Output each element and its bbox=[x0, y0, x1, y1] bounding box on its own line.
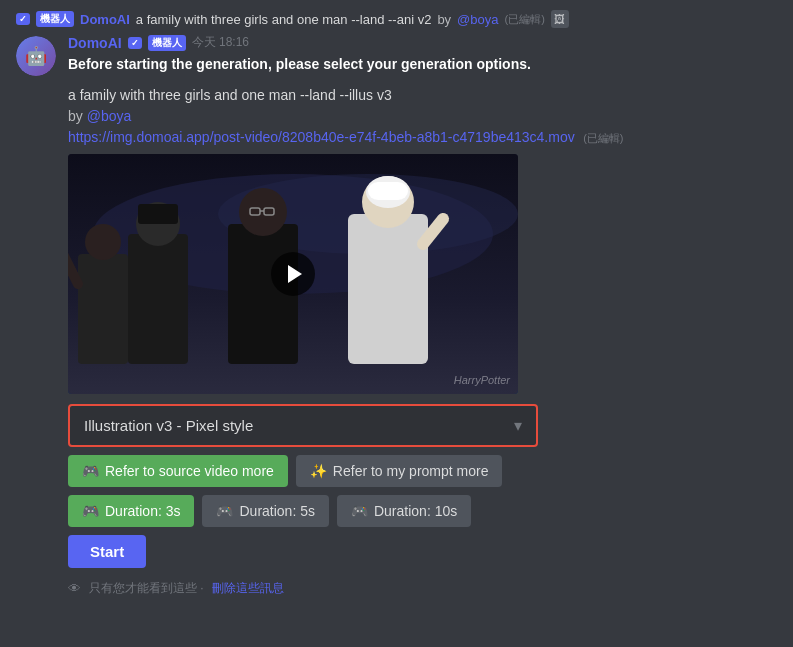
prompt-icon: ✨ bbox=[310, 463, 327, 479]
duration-5s-icon: 🎮 bbox=[216, 503, 233, 519]
svg-point-7 bbox=[239, 188, 287, 236]
edited-label: (已編輯) bbox=[583, 132, 623, 144]
dropdown-selected-text: Illustration v3 - Pixel style bbox=[84, 417, 253, 434]
header-boya-link[interactable]: @boya bbox=[457, 12, 498, 27]
header-checkmark-badge: ✓ bbox=[16, 13, 30, 25]
dropdown-arrow-icon: ▾ bbox=[514, 416, 522, 435]
sender-bot-badge: ✓ bbox=[128, 37, 142, 49]
prompt-label: Refer to my prompt more bbox=[333, 463, 489, 479]
duration-3s-icon: 🎮 bbox=[82, 503, 99, 519]
message-timestamp: 今天 18:16 bbox=[192, 34, 249, 51]
duration-5s-label: Duration: 5s bbox=[239, 503, 314, 519]
duration-10s-icon: 🎮 bbox=[351, 503, 368, 519]
refer-buttons-row: 🎮 Refer to source video more ✨ Refer to … bbox=[68, 455, 777, 487]
video-watermark: HarryPotter bbox=[454, 374, 510, 386]
footer-eye-icon: 👁 bbox=[68, 581, 81, 596]
video-thumbnail[interactable]: HarryPotter bbox=[68, 154, 518, 394]
header-prompt: a family with three girls and one man --… bbox=[136, 12, 432, 27]
svg-point-17 bbox=[85, 224, 121, 260]
header-bot-badge: 機器人 bbox=[36, 11, 74, 27]
sender-name: DomoAI bbox=[68, 35, 122, 51]
footer-delete-link[interactable]: 刪除這些訊息 bbox=[212, 580, 284, 597]
source-video-label: Refer to source video more bbox=[105, 463, 274, 479]
main-container: ✓ 機器人 DomoAI a family with three girls a… bbox=[0, 0, 793, 609]
header-image-icon: 🖼 bbox=[551, 10, 569, 28]
play-button[interactable] bbox=[271, 252, 315, 296]
message-meta: DomoAI ✓ 機器人 今天 18:16 bbox=[68, 34, 777, 51]
svg-rect-11 bbox=[348, 214, 428, 364]
avatar: 🤖 bbox=[16, 36, 56, 76]
footer-row: 👁 只有您才能看到這些 · 刪除這些訊息 bbox=[68, 580, 777, 597]
message-row: 🤖 DomoAI ✓ 機器人 今天 18:16 Before starting … bbox=[16, 34, 777, 597]
refer-prompt-button[interactable]: ✨ Refer to my prompt more bbox=[296, 455, 503, 487]
duration-10s-button[interactable]: 🎮 Duration: 10s bbox=[337, 495, 471, 527]
by-prefix: by bbox=[68, 108, 83, 124]
header-row: ✓ 機器人 DomoAI a family with three girls a… bbox=[16, 10, 777, 28]
play-icon bbox=[288, 265, 302, 283]
header-edited: (已編輯) bbox=[505, 12, 545, 27]
dropdown-wrapper: Illustration v3 - Pixel style ▾ bbox=[68, 404, 538, 447]
header-by: by bbox=[437, 12, 451, 27]
message-bold-text: Before starting the generation, please s… bbox=[68, 55, 777, 75]
svg-rect-5 bbox=[138, 204, 178, 224]
source-video-icon: 🎮 bbox=[82, 463, 99, 479]
style-dropdown[interactable]: Illustration v3 - Pixel style ▾ bbox=[68, 404, 538, 447]
video-link-row: https://img.domoai.app/post-video/8208b4… bbox=[68, 128, 777, 146]
by-user-link[interactable]: @boya bbox=[87, 108, 132, 124]
svg-rect-3 bbox=[128, 234, 188, 364]
svg-rect-14 bbox=[368, 182, 408, 200]
message-content: DomoAI ✓ 機器人 今天 18:16 Before starting th… bbox=[68, 34, 777, 597]
duration-3s-label: Duration: 3s bbox=[105, 503, 180, 519]
by-line: by @boya bbox=[68, 108, 777, 124]
svg-rect-16 bbox=[78, 254, 128, 364]
duration-buttons-row: 🎮 Duration: 3s 🎮 Duration: 5s 🎮 Duration… bbox=[68, 495, 777, 527]
video-url[interactable]: https://img.domoai.app/post-video/8208b4… bbox=[68, 129, 575, 145]
sender-bot-label: 機器人 bbox=[148, 35, 186, 51]
duration-5s-button[interactable]: 🎮 Duration: 5s bbox=[202, 495, 328, 527]
footer-text: 只有您才能看到這些 · bbox=[89, 580, 204, 597]
refer-source-video-button[interactable]: 🎮 Refer to source video more bbox=[68, 455, 288, 487]
prompt-line: a family with three girls and one man --… bbox=[68, 85, 777, 106]
duration-3s-button[interactable]: 🎮 Duration: 3s bbox=[68, 495, 194, 527]
header-domoai-name: DomoAI bbox=[80, 12, 130, 27]
duration-10s-label: Duration: 10s bbox=[374, 503, 457, 519]
start-button[interactable]: Start bbox=[68, 535, 146, 568]
